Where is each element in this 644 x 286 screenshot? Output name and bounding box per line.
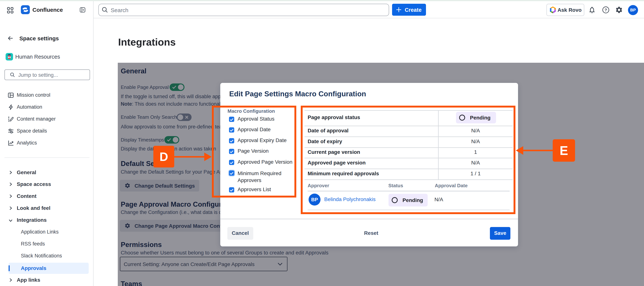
- svg-text:?: ?: [604, 8, 607, 12]
